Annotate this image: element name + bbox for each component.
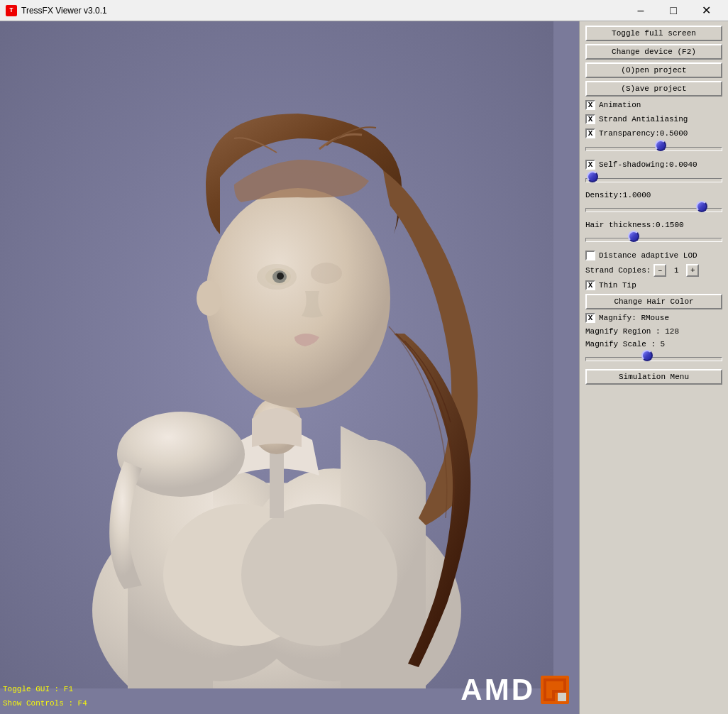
hair-thickness-slider-thumb[interactable] (628, 231, 639, 242)
titlebar: T TressFX Viewer v3.0.1 – □ ✕ (0, 0, 728, 21)
save-project-button[interactable]: (S)ave project (585, 81, 722, 97)
close-button[interactable]: ✕ (690, 0, 722, 21)
transparency-label: Transparency:0.5000 (599, 129, 688, 138)
change-device-button[interactable]: Change device (F2) (585, 44, 722, 60)
strand-antialiasing-row: X Strand Antialiasing (585, 114, 722, 125)
main-layout: D3D11 363.20 fps Vsync off (1027x971), R… (0, 21, 728, 714)
svg-point-7 (206, 188, 390, 408)
app-icon: T (6, 5, 17, 16)
magnify-scale-label: Magnify Scale : 5 (585, 339, 722, 349)
self-shadowing-label: Self-shadowing:0.0040 (599, 160, 697, 169)
magnify-region-label: Magnify Region : 128 (585, 326, 722, 336)
density-label: Density:1.0000 (585, 190, 722, 200)
toggle-fullscreen-button[interactable]: Toggle full screen (585, 26, 722, 41)
hair-thickness-label: Hair thickness:0.1500 (585, 220, 722, 230)
strand-copies-minus-button[interactable]: – (653, 264, 666, 277)
3d-viewport[interactable]: D3D11 363.20 fps Vsync off (1027x971), R… (0, 21, 579, 714)
distance-lod-row: Distance adaptive LOD (585, 250, 722, 261)
svg-point-12 (311, 263, 342, 284)
window-title: TressFX Viewer v3.0.1 (21, 6, 624, 16)
hair-thickness-slider-track (585, 238, 722, 242)
amd-symbol-icon (538, 673, 572, 707)
self-shadowing-row: X Self-shadowing:0.0040 (585, 159, 722, 170)
transparency-checkbox[interactable]: X (585, 128, 595, 138)
distance-lod-checkbox[interactable] (585, 251, 595, 260)
density-slider-container (585, 204, 722, 216)
open-project-button[interactable]: (O)pen project (585, 62, 722, 78)
transparency-slider-track (585, 147, 722, 151)
animation-label: Animation (599, 101, 641, 109)
animation-checkbox[interactable]: X (585, 100, 595, 110)
magnify-scale-slider-thumb[interactable] (641, 350, 653, 361)
strand-copies-value: 1 (669, 266, 683, 275)
self-shadowing-checkbox[interactable]: X (585, 160, 595, 170)
self-shadow-slider-track (585, 178, 722, 182)
character-model (0, 21, 553, 688)
svg-point-5 (241, 504, 397, 646)
right-panel: Toggle full screen Change device (F2) (O… (579, 21, 728, 714)
strand-copies-label: Strand Copies: (585, 266, 651, 275)
thin-tip-label: Thin Tip (599, 281, 636, 290)
show-controls-label: Show Controls : F4 (3, 697, 87, 711)
window-controls: – □ ✕ (624, 0, 722, 21)
transparency-row: X Transparency:0.5000 (585, 128, 722, 139)
thin-tip-checkbox[interactable]: X (585, 280, 595, 290)
magnify-checkbox[interactable]: X (585, 313, 595, 323)
animation-row: X Animation (585, 99, 722, 111)
magnify-scale-slider-track (585, 357, 722, 361)
magnify-scale-slider-container (585, 353, 722, 365)
simulation-menu-button[interactable]: Simulation Menu (585, 369, 722, 385)
strand-antialiasing-checkbox[interactable]: X (585, 114, 595, 124)
maximize-button[interactable]: □ (657, 0, 690, 21)
change-hair-color-button[interactable]: Change Hair Color (585, 294, 722, 309)
strand-antialiasing-label: Strand Antialiasing (599, 115, 688, 123)
distance-lod-label: Distance adaptive LOD (599, 251, 697, 260)
amd-text: AMD (460, 673, 535, 707)
magnify-label: Magnify: RMouse (599, 314, 669, 322)
self-shadow-slider-container (585, 175, 722, 186)
hair-thickness-slider-container (585, 234, 722, 246)
strand-copies-row: Strand Copies: – 1 + (585, 264, 722, 277)
magnify-row: X Magnify: RMouse (585, 312, 722, 324)
svg-point-13 (197, 280, 222, 316)
density-slider-thumb[interactable] (696, 201, 707, 212)
self-shadow-slider-thumb[interactable] (587, 171, 598, 182)
amd-logo: AMD (460, 673, 572, 707)
svg-point-11 (277, 273, 284, 280)
minimize-button[interactable]: – (624, 0, 657, 21)
transparency-slider-container (585, 143, 722, 155)
strand-copies-plus-button[interactable]: + (686, 264, 699, 277)
app-icon-letter: T (9, 7, 13, 14)
thin-tip-row: X Thin Tip (585, 280, 722, 291)
